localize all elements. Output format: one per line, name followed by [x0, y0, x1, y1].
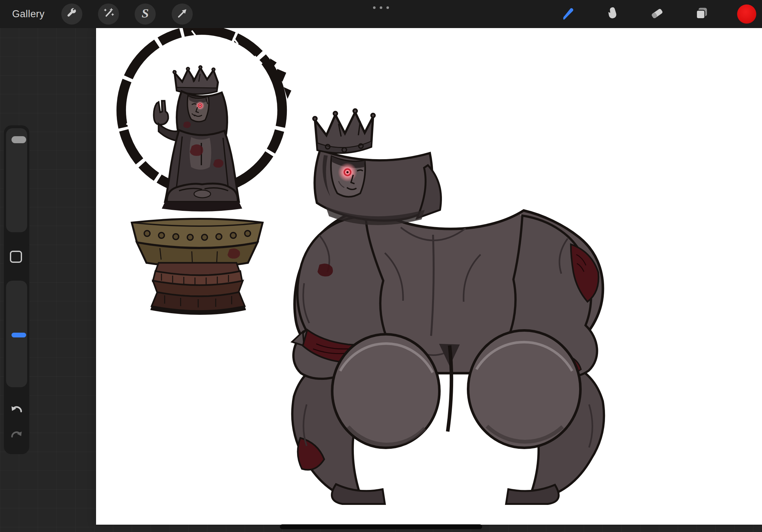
brush-size-handle[interactable] [12, 136, 26, 143]
undo-icon [10, 403, 24, 419]
color-swatch [737, 4, 756, 24]
ellipsis-dot [373, 6, 376, 9]
home-indicator[interactable] [280, 524, 482, 529]
color-button[interactable] [736, 4, 757, 25]
eraser-icon [649, 5, 665, 23]
canvas-artwork [96, 28, 762, 525]
selection-icon: S [142, 7, 149, 20]
layers-icon [694, 5, 710, 23]
top-toolbar: Gallery S [0, 0, 762, 28]
modify-button[interactable] [10, 251, 22, 263]
undo-button[interactable] [8, 404, 26, 418]
sidebar-controls [4, 125, 29, 454]
brush-size-slider[interactable] [6, 128, 27, 232]
opacity-handle[interactable] [12, 333, 26, 337]
smudge-icon [605, 5, 621, 23]
transform-arrow-icon [176, 7, 189, 21]
opacity-slider[interactable] [6, 281, 27, 387]
drawing-canvas[interactable] [96, 28, 762, 525]
transform-button[interactable] [172, 4, 193, 25]
erase-button[interactable] [647, 4, 667, 25]
gallery-button[interactable]: Gallery [12, 0, 45, 28]
layers-button[interactable] [691, 4, 712, 25]
paint-brush-icon [560, 5, 576, 23]
more-options-button[interactable] [369, 4, 393, 11]
paint-button[interactable] [558, 4, 578, 25]
ellipsis-dot [380, 6, 382, 9]
crouching-figure [292, 109, 604, 504]
adjustments-button[interactable] [98, 4, 119, 25]
statue-figure [99, 28, 305, 315]
wrench-icon [65, 7, 78, 21]
ellipsis-dot [386, 6, 389, 9]
selection-button[interactable]: S [135, 4, 156, 25]
redo-button[interactable] [8, 429, 26, 443]
redo-icon [10, 428, 24, 444]
procreate-workspace: { "toolbar": { "gallery_label": "Gallery… [0, 0, 762, 532]
magic-wand-icon [102, 7, 115, 21]
smudge-button[interactable] [602, 4, 623, 25]
actions-button[interactable] [61, 4, 82, 25]
